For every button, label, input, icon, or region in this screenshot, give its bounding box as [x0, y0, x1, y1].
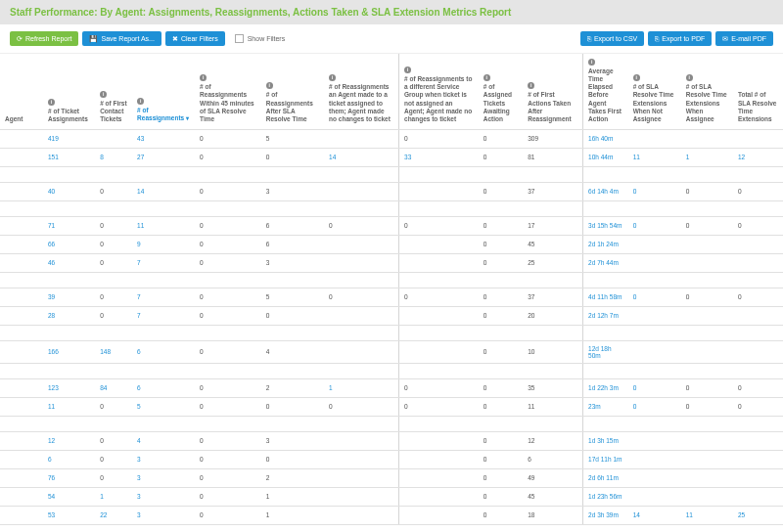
cell[interactable]: 54: [43, 487, 95, 506]
page-title: Staff Performance: By Agent: Assignments…: [10, 7, 773, 18]
refresh-label: Refresh Report: [25, 35, 71, 42]
cell[interactable]: 3: [132, 450, 195, 468]
cell[interactable]: [628, 450, 681, 468]
cell[interactable]: 10h 44m: [583, 148, 628, 166]
col-reassign[interactable]: i# of Reassignments▾: [132, 54, 195, 129]
cell[interactable]: 14: [132, 182, 195, 200]
refresh-button[interactable]: ⟳Refresh Report: [10, 31, 78, 46]
cell[interactable]: 66: [43, 235, 95, 253]
cell[interactable]: 5: [132, 397, 195, 416]
cell[interactable]: [628, 129, 681, 148]
cell[interactable]: 28: [43, 306, 95, 325]
cell[interactable]: 1: [324, 378, 398, 397]
cell[interactable]: 6d 14h 4m: [583, 182, 628, 200]
cell[interactable]: 419: [43, 129, 95, 148]
col-within45[interactable]: i# of Reassignments Within 45 minutes of…: [195, 54, 261, 129]
cell[interactable]: 123: [43, 378, 95, 397]
cell[interactable]: 71: [43, 216, 95, 235]
export-pdf-button[interactable]: ⎘Export to PDF: [648, 31, 712, 46]
cell[interactable]: 12: [43, 431, 95, 450]
col-afterSla[interactable]: i# of Reassignments After SLA Resolve Ti…: [261, 54, 324, 129]
cell[interactable]: 0: [628, 182, 681, 200]
cell[interactable]: 84: [95, 378, 132, 397]
cell[interactable]: [628, 468, 681, 487]
cell[interactable]: 1d 3h 15m: [583, 431, 628, 450]
cell[interactable]: 3: [132, 487, 195, 506]
cell[interactable]: [628, 340, 681, 363]
save-report-button[interactable]: 💾Save Report As...: [82, 31, 161, 46]
cell[interactable]: 0: [628, 397, 681, 416]
export-csv-button[interactable]: ⎘Export to CSV: [580, 31, 644, 46]
col-agentNoChg[interactable]: i# of Reassignments an Agent made to a t…: [324, 54, 398, 129]
cell[interactable]: 0: [628, 288, 681, 306]
col-firstActions[interactable]: i# of First Actions Taken After Reassign…: [523, 54, 582, 129]
cell[interactable]: 23m: [583, 397, 628, 416]
cell: 0: [399, 397, 479, 416]
cell[interactable]: 1: [95, 487, 132, 506]
col-extNotAssignee[interactable]: i# of SLA Resolve Time Extensions When N…: [628, 54, 681, 129]
cell[interactable]: 16h 40m: [583, 129, 628, 148]
cell[interactable]: [628, 235, 681, 253]
cell[interactable]: 14: [324, 148, 398, 166]
cell[interactable]: 7: [132, 288, 195, 306]
cell[interactable]: 12: [733, 148, 783, 166]
cell[interactable]: 3: [132, 468, 195, 487]
cell[interactable]: 2d 1h 24m: [583, 235, 628, 253]
email-pdf-button[interactable]: ✉E-mail PDF: [715, 31, 773, 46]
col-diffGroup[interactable]: i# of Reassignments to a different Servi…: [399, 54, 479, 129]
cell[interactable]: 0: [628, 378, 681, 397]
cell[interactable]: 2d 12h 7m: [583, 306, 628, 325]
cell[interactable]: 14: [628, 506, 681, 524]
cell[interactable]: 12d 18h 50m: [583, 340, 628, 363]
col-ticketAssign[interactable]: i# of Ticket Assignments: [43, 54, 95, 129]
cell[interactable]: 7: [132, 306, 195, 325]
cell[interactable]: 151: [43, 148, 95, 166]
cell[interactable]: [628, 306, 681, 325]
col-totalExt[interactable]: Total # of SLA Resolve Time Extensions: [733, 54, 783, 129]
show-filters-toggle[interactable]: Show Filters: [235, 34, 286, 43]
cell[interactable]: [628, 431, 681, 450]
col-awaiting[interactable]: i# of Assigned Tickets Awaiting Action: [479, 54, 523, 129]
clear-filters-button[interactable]: ✖Clear Filters: [165, 31, 225, 46]
cell[interactable]: 43: [132, 129, 195, 148]
cell[interactable]: 7: [132, 253, 195, 272]
cell[interactable]: 2d 6h 11m: [583, 468, 628, 487]
col-extAssignee[interactable]: i# of SLA Resolve Time Extensions When A…: [681, 54, 733, 129]
cell[interactable]: 9: [132, 235, 195, 253]
cell[interactable]: 148: [95, 340, 132, 363]
cell[interactable]: 2d 3h 39m: [583, 506, 628, 524]
cell[interactable]: 11: [628, 148, 681, 166]
cell[interactable]: 4: [132, 431, 195, 450]
cell[interactable]: 0: [628, 216, 681, 235]
col-firstContact[interactable]: i# of First Contact Tickets: [95, 54, 132, 129]
cell[interactable]: 17d 11h 1m: [583, 450, 628, 468]
cell[interactable]: 25: [733, 506, 783, 524]
cell[interactable]: 76: [43, 468, 95, 487]
cell[interactable]: 40: [43, 182, 95, 200]
cell[interactable]: 3d 15h 54m: [583, 216, 628, 235]
cell[interactable]: 39: [43, 288, 95, 306]
col-agent[interactable]: Agent: [0, 54, 43, 129]
cell[interactable]: 46: [43, 253, 95, 272]
cell[interactable]: 166: [43, 340, 95, 363]
cell[interactable]: [628, 253, 681, 272]
cell[interactable]: [628, 487, 681, 506]
cell[interactable]: 1: [681, 148, 733, 166]
cell[interactable]: 11: [681, 506, 733, 524]
cell[interactable]: 1d 23h 56m: [583, 487, 628, 506]
cell[interactable]: 6: [132, 340, 195, 363]
cell[interactable]: 22: [95, 506, 132, 524]
cell[interactable]: 11: [132, 216, 195, 235]
cell[interactable]: 11: [43, 397, 95, 416]
cell[interactable]: 27: [132, 148, 195, 166]
cell[interactable]: 53: [43, 506, 95, 524]
cell[interactable]: 6: [43, 450, 95, 468]
col-avgTime[interactable]: iAverage Time Elapsed Before Agent Takes…: [583, 54, 628, 129]
cell[interactable]: 33: [399, 148, 479, 166]
cell[interactable]: 1d 22h 3m: [583, 378, 628, 397]
cell[interactable]: 2d 7h 44m: [583, 253, 628, 272]
cell[interactable]: 4d 11h 58m: [583, 288, 628, 306]
cell[interactable]: 6: [132, 378, 195, 397]
cell[interactable]: 8: [95, 148, 132, 166]
cell[interactable]: 3: [132, 506, 195, 524]
